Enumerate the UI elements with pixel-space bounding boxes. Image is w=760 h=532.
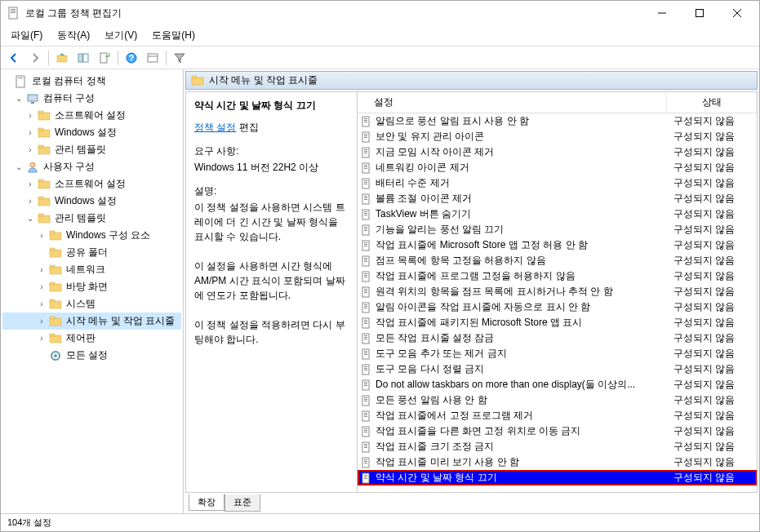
list-row[interactable]: 지금 모임 시작 아이콘 제거구성되지 않음 bbox=[358, 144, 757, 160]
list-row[interactable]: 작업 표시줄을 다른 화면 고정 위치로 이동 금지구성되지 않음 bbox=[358, 423, 757, 439]
tree-pane[interactable]: 로컬 컴퓨터 정책 ⌄ 컴퓨터 구성 ›소프트웨어 설정 ›Windows 설정… bbox=[1, 69, 184, 513]
expand-icon[interactable]: › bbox=[25, 197, 35, 206]
column-header-setting[interactable]: 설정 bbox=[358, 92, 667, 113]
help-button[interactable]: ? bbox=[122, 49, 141, 67]
list-row[interactable]: 모든 작업 표시줄 설정 잠금구성되지 않음 bbox=[358, 330, 757, 346]
expand-icon[interactable]: › bbox=[25, 145, 35, 154]
tree-start-taskbar[interactable]: ›시작 메뉴 및 작업 표시줄 bbox=[2, 313, 181, 330]
computer-icon bbox=[26, 92, 39, 105]
list-row[interactable]: 모든 풍선 알림 사용 안 함구성되지 않음 bbox=[358, 392, 757, 408]
expand-icon[interactable]: › bbox=[25, 128, 35, 137]
list-row[interactable]: 점프 목록에 항목 고정을 허용하지 않음구성되지 않음 bbox=[358, 253, 757, 268]
list-cell-setting: 배터리 수준 제거 bbox=[358, 176, 667, 190]
svg-rect-3 bbox=[11, 12, 16, 13]
expand-icon[interactable]: › bbox=[25, 180, 35, 188]
svg-rect-146 bbox=[364, 478, 367, 479]
list-row[interactable]: 작업 표시줄에서 고정 프로그램 제거구성되지 않음 bbox=[358, 408, 757, 423]
list-row[interactable]: 알림 아이콘을 작업 표시줄에 자동으로 표시 안 함구성되지 않음 bbox=[358, 299, 757, 315]
expand-icon[interactable]: › bbox=[37, 265, 47, 274]
svg-rect-94 bbox=[364, 277, 367, 277]
svg-rect-93 bbox=[364, 275, 367, 276]
menu-file[interactable]: 파일(F) bbox=[4, 27, 49, 44]
tree-admin-templates[interactable]: ›관리 템플릿 bbox=[2, 141, 181, 158]
list-body[interactable]: 알림으로 풍선 알림 표시 사용 안 함구성되지 않음보안 및 유지 관리 아이… bbox=[358, 113, 757, 492]
tree-admin-templates-user[interactable]: ⌄관리 템플릿 bbox=[2, 210, 181, 227]
policy-icon bbox=[361, 240, 372, 251]
list-row[interactable]: 배터리 수준 제거구성되지 않음 bbox=[358, 175, 757, 191]
forward-button[interactable] bbox=[25, 49, 45, 67]
back-button[interactable] bbox=[4, 49, 24, 67]
tree-computer-config[interactable]: ⌄ 컴퓨터 구성 bbox=[2, 90, 181, 107]
tree-windows-settings[interactable]: ›Windows 설정 bbox=[2, 124, 181, 141]
policy-icon bbox=[361, 271, 372, 282]
tree-desktop[interactable]: ›바탕 화면 bbox=[2, 278, 181, 295]
expand-icon[interactable]: ⌄ bbox=[14, 94, 24, 103]
list-row[interactable]: 네트워킹 아이콘 제거구성되지 않음 bbox=[358, 160, 757, 175]
list-row[interactable]: 작업 표시줄에 프로그램 고정을 허용하지 않음구성되지 않음 bbox=[358, 268, 757, 284]
export-button[interactable] bbox=[95, 49, 114, 67]
list-row[interactable]: 작업 표시줄 크기 조정 금지구성되지 않음 bbox=[358, 439, 757, 454]
requirements-value: Windows 11 버전 22H2 이상 bbox=[194, 160, 349, 175]
expand-icon[interactable]: › bbox=[37, 299, 47, 308]
menu-action[interactable]: 동작(A) bbox=[51, 27, 96, 44]
list-row[interactable]: 도구 모음 추가 또는 제거 금지구성되지 않음 bbox=[358, 346, 757, 361]
column-header-state[interactable]: 상태 bbox=[667, 92, 757, 113]
list-row[interactable]: Do not allow taskbars on more than one d… bbox=[358, 377, 757, 392]
list-row[interactable]: 작업 표시줄 미리 보기 사용 안 함구성되지 않음 bbox=[358, 454, 757, 470]
show-hide-tree-button[interactable] bbox=[73, 49, 93, 67]
list-row[interactable]: 기능을 알리는 풍선 알림 끄기구성되지 않음 bbox=[358, 222, 757, 237]
list-row[interactable]: 볼륨 조절 아이콘 제거구성되지 않음 bbox=[358, 191, 757, 206]
tree-software-settings-user[interactable]: ›소프트웨어 설정 bbox=[2, 175, 181, 193]
tree-user-config[interactable]: ⌄ 사용자 구성 bbox=[2, 158, 181, 175]
policy-icon bbox=[361, 426, 372, 437]
tree-windows-settings-user[interactable]: ›Windows 설정 bbox=[2, 193, 181, 210]
expand-icon[interactable]: ⌄ bbox=[14, 162, 24, 171]
properties-button[interactable] bbox=[143, 49, 162, 67]
tree-network[interactable]: ›네트워크 bbox=[2, 261, 181, 278]
list-cell-state: 구성되지 않음 bbox=[667, 378, 757, 392]
svg-rect-62 bbox=[364, 153, 367, 153]
svg-rect-106 bbox=[364, 323, 367, 324]
tree-shared-folders[interactable]: 공유 폴더 bbox=[2, 244, 181, 261]
tab-extended[interactable]: 확장 bbox=[189, 494, 224, 511]
minimize-button[interactable] bbox=[643, 1, 681, 25]
expand-icon[interactable]: ⌄ bbox=[25, 214, 35, 223]
folder-open-icon bbox=[38, 212, 51, 225]
tree-control-panel[interactable]: ›제어판 bbox=[2, 330, 181, 347]
svg-rect-39 bbox=[50, 284, 61, 291]
svg-rect-112 bbox=[364, 351, 367, 352]
expand-icon[interactable]: › bbox=[37, 282, 47, 291]
list-cell-state: 구성되지 않음 bbox=[667, 130, 757, 144]
tree-software-settings[interactable]: ›소프트웨어 설정 bbox=[2, 107, 181, 124]
expand-icon[interactable]: › bbox=[25, 111, 35, 120]
filter-button[interactable] bbox=[170, 49, 189, 67]
list-row[interactable]: 보안 및 유지 관리 아이콘구성되지 않음 bbox=[358, 129, 757, 144]
tree-all-settings[interactable]: 모든 설정 bbox=[2, 347, 181, 364]
close-button[interactable] bbox=[718, 1, 756, 25]
svg-rect-9 bbox=[78, 54, 82, 62]
expand-icon[interactable]: › bbox=[37, 231, 47, 240]
menu-view[interactable]: 보기(V) bbox=[98, 27, 144, 44]
list-row[interactable]: 도구 모음 다시 정렬 금지구성되지 않음 bbox=[358, 361, 757, 377]
expand-icon[interactable]: › bbox=[37, 317, 47, 326]
expand-icon[interactable]: › bbox=[37, 334, 47, 343]
policy-icon bbox=[361, 255, 372, 267]
policy-icon bbox=[361, 209, 372, 220]
list-row[interactable]: 작업 표시줄에 Microsoft Store 앱 고정 허용 안 함구성되지 … bbox=[358, 237, 757, 253]
tab-standard[interactable]: 표준 bbox=[224, 494, 260, 512]
list-row[interactable]: 작업 표시줄에 패키지된 Microsoft Store 앱 표시구성되지 않음 bbox=[358, 315, 757, 330]
list-cell-setting: 네트워킹 아이콘 제거 bbox=[358, 161, 667, 175]
policy-setting-link[interactable]: 정책 설정 bbox=[194, 122, 236, 133]
tree-system[interactable]: ›시스템 bbox=[2, 295, 181, 313]
maximize-button[interactable] bbox=[681, 1, 718, 25]
up-button[interactable] bbox=[52, 49, 72, 67]
list-row[interactable]: TaskView 버튼 숨기기구성되지 않음 bbox=[358, 206, 757, 222]
svg-rect-27 bbox=[38, 181, 50, 188]
tree-windows-components[interactable]: ›Windows 구성 요소 bbox=[2, 227, 181, 244]
svg-rect-40 bbox=[50, 282, 55, 285]
tree-root[interactable]: 로컬 컴퓨터 정책 bbox=[2, 73, 181, 90]
list-row[interactable]: 약식 시간 및 날짜 형식 끄기구성되지 않음 bbox=[358, 470, 757, 485]
list-row[interactable]: 알림으로 풍선 알림 표시 사용 안 함구성되지 않음 bbox=[358, 113, 757, 129]
list-row[interactable]: 원격 위치의 항목을 점프 목록에 표시하거나 추적 안 함구성되지 않음 bbox=[358, 284, 757, 299]
menu-help[interactable]: 도움말(H) bbox=[145, 27, 202, 44]
